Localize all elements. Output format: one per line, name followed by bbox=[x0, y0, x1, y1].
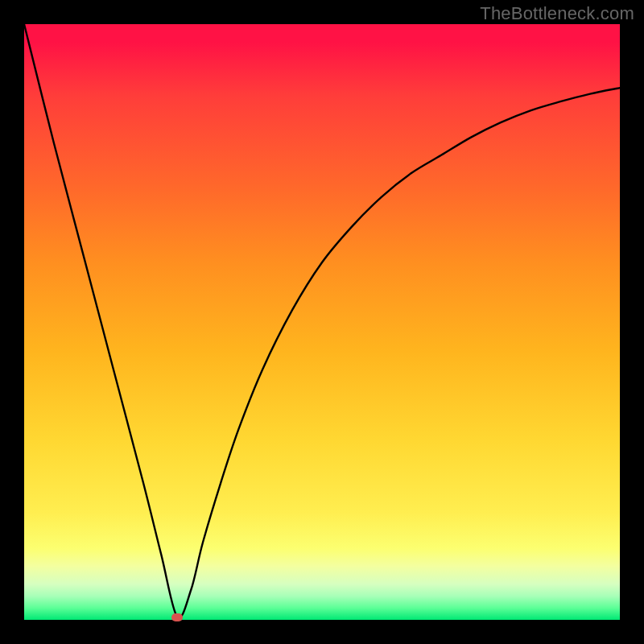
chart-frame: TheBottleneck.com bbox=[0, 0, 644, 644]
watermark-text: TheBottleneck.com bbox=[480, 3, 634, 24]
plot-area bbox=[24, 24, 620, 620]
minimum-marker-icon bbox=[171, 613, 183, 621]
bottleneck-curve bbox=[24, 24, 620, 620]
